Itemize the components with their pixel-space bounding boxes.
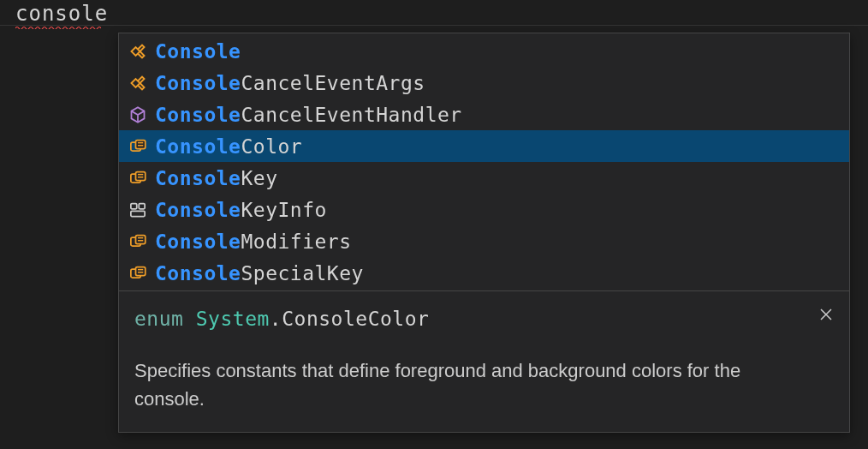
detail-namespace: System [196,308,270,330]
detail-description: Specifies constants that define foregrou… [134,356,785,413]
svg-rect-10 [131,211,145,216]
suggestion-item[interactable]: Console [119,35,849,67]
suggestion-match: Console [155,40,241,63]
suggestion-rest: Color [241,135,302,158]
suggestion-label: ConsoleKeyInfo [155,199,327,221]
error-squiggle [15,26,101,29]
suggestion-rest: CancelEventArgs [241,72,425,94]
class-icon [126,73,150,93]
close-detail-button[interactable] [815,303,837,326]
suggestion-item[interactable]: ConsoleCancelEventHandler [119,99,849,130]
suggestion-label: Console [155,40,241,63]
struct-icon [126,200,150,220]
box-icon [126,105,150,125]
svg-rect-5 [136,171,146,180]
suggestion-item[interactable]: ConsoleSpecialKey [119,257,849,289]
suggestion-label: ConsoleCancelEventHandler [155,104,462,126]
svg-rect-1 [136,140,146,148]
suggestion-label: ConsoleKey [155,167,277,189]
suggestion-item[interactable]: ConsoleKeyInfo [119,194,849,225]
suggestion-rest: CancelEventHandler [241,104,461,126]
editor-typed-text[interactable]: console [15,2,108,26]
suggestion-label: ConsoleColor [155,135,302,158]
svg-rect-16 [136,266,146,275]
class-icon [126,41,150,62]
svg-rect-9 [139,203,145,208]
svg-rect-8 [131,203,137,208]
suggestion-item[interactable]: ConsoleColor [119,130,849,162]
enum-icon [126,263,150,284]
suggestion-match: Console [155,262,241,284]
suggestion-match: Console [155,167,241,189]
suggestion-list: Console ConsoleCancelEventArgs ConsoleCa… [119,33,849,291]
svg-rect-12 [136,235,146,243]
detail-signature: enum System.ConsoleColor [134,305,834,332]
intellisense-popup: Console ConsoleCancelEventArgs ConsoleCa… [118,33,850,433]
suggestion-rest: Modifiers [241,230,351,253]
suggestion-label: ConsoleModifiers [155,230,352,253]
detail-dot: . [270,308,282,330]
suggestion-match: Console [155,135,241,158]
enum-icon [126,168,150,189]
suggestion-match: Console [155,104,241,126]
tab-divider [0,24,868,26]
suggestion-match: Console [155,199,241,221]
suggestion-rest: Key [241,167,277,189]
enum-icon [126,231,150,252]
suggestion-item[interactable]: ConsoleCancelEventArgs [119,67,849,99]
detail-pane: enum System.ConsoleColor Specifies const… [119,291,849,432]
enum-icon [126,136,150,157]
detail-keyword: enum [134,308,183,330]
suggestion-label: ConsoleSpecialKey [155,262,364,284]
suggestion-match: Console [155,72,241,94]
suggestion-item[interactable]: ConsoleModifiers [119,225,849,257]
suggestion-item[interactable]: ConsoleKey [119,162,849,194]
suggestion-match: Console [155,230,241,253]
suggestion-rest: SpecialKey [241,262,363,284]
detail-type: ConsoleColor [282,308,429,330]
suggestion-rest: KeyInfo [241,199,326,221]
suggestion-label: ConsoleCancelEventArgs [155,72,425,94]
